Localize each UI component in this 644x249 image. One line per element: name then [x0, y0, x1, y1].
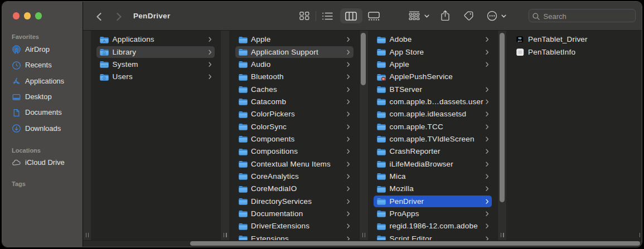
svg-text:pen: pen [518, 40, 522, 42]
svg-text:macOS: macOS [101, 65, 108, 67]
